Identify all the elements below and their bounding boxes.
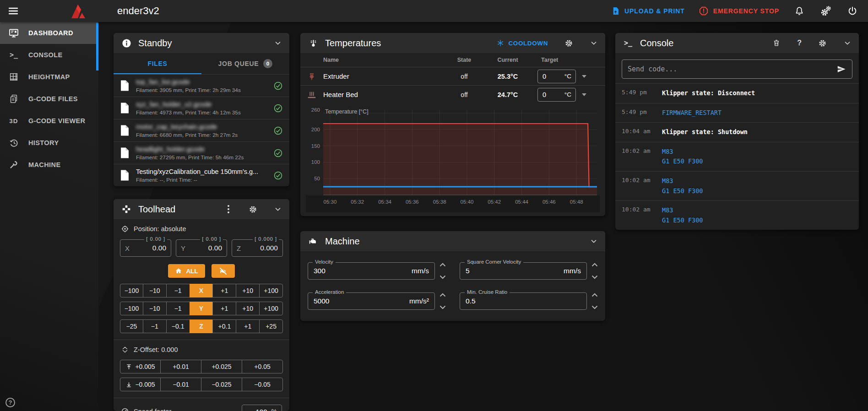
speed-factor-field[interactable]: 100 % xyxy=(242,405,282,411)
console-message[interactable]: 10:02 am M83 G1 E50 F300 xyxy=(615,200,859,230)
spin-up-icon[interactable] xyxy=(591,263,598,267)
z-offset-up-0005[interactable]: +0.005 xyxy=(120,360,161,373)
z-offset-up-0025[interactable]: +0.025 xyxy=(201,360,242,373)
z-offset-down-005[interactable]: −0.05 xyxy=(242,378,283,391)
file-document-icon xyxy=(120,147,130,159)
temperatures-panel: Temperatures COOLDOWN Name Sta xyxy=(300,33,605,216)
collapse-chevron-icon[interactable] xyxy=(274,205,282,213)
jog-y-plus-1[interactable]: +1 xyxy=(212,302,236,315)
notifications-bell-icon[interactable] xyxy=(793,5,806,17)
z-offset-down-0005[interactable]: −0.005 xyxy=(120,378,161,391)
collapse-chevron-icon[interactable] xyxy=(843,39,852,47)
jog-x-plus-1[interactable]: +1 xyxy=(212,284,236,297)
gcode-viewer-icon: 3D xyxy=(7,118,20,124)
z-offset-up-005[interactable]: +0.05 xyxy=(242,360,283,373)
spin-down-icon[interactable] xyxy=(591,305,598,309)
spin-down-icon[interactable] xyxy=(439,305,446,309)
console-help-icon[interactable]: ? xyxy=(797,39,802,47)
sidebar-item-gcode-files[interactable]: G-CODE FILES xyxy=(0,88,98,110)
emergency-stop-button[interactable]: EMERGENCY STOP xyxy=(699,6,779,16)
target-dropdown-caret-icon[interactable] xyxy=(582,93,586,96)
jog-x-minus-10[interactable]: −10 xyxy=(143,284,167,297)
cooldown-button[interactable]: COOLDOWN xyxy=(497,39,548,47)
x-position-field[interactable]: [ 0.00 ] X 0.00 xyxy=(120,239,171,257)
tab-job-queue[interactable]: JOB QUEUE 0 xyxy=(201,53,289,74)
jog-z-minus-01[interactable]: −0.1 xyxy=(166,319,190,333)
sidebar-scrollbar-thumb[interactable] xyxy=(96,23,98,70)
console-message[interactable]: 10:02 am M83 G1 E50 F300 xyxy=(615,171,859,200)
file-list-item[interactable]: headlight_holder.gcode Filament: 27295 m… xyxy=(114,141,289,164)
jog-x-plus-100[interactable]: +100 xyxy=(259,284,283,297)
jog-y-plus-10[interactable]: +10 xyxy=(236,302,260,315)
upload-and-print-button[interactable]: UPLOAD & PRINT xyxy=(611,6,685,16)
z-position-field[interactable]: [ 0.000 ] Z 0.000 xyxy=(232,239,283,257)
y-position-field[interactable]: [ 0.00 ] Y 0.00 xyxy=(176,239,227,257)
help-button[interactable]: ? xyxy=(5,398,15,407)
settings-cogs-icon[interactable] xyxy=(819,5,832,17)
jog-z-plus-01[interactable]: +0.1 xyxy=(212,319,236,333)
power-icon[interactable] xyxy=(846,5,859,17)
jog-y-minus-10[interactable]: −10 xyxy=(143,302,167,315)
target-dropdown-caret-icon[interactable] xyxy=(582,75,586,78)
jog-x-minus-100[interactable]: −100 xyxy=(120,284,143,297)
extruder-target-input[interactable] xyxy=(538,73,557,80)
machine-panel-header: Machine xyxy=(300,231,605,251)
temperatures-settings-gear-icon[interactable] xyxy=(564,39,573,48)
console-input-field[interactable] xyxy=(622,59,852,79)
send-icon[interactable] xyxy=(836,64,846,74)
bed-target-input[interactable] xyxy=(538,91,557,98)
sidebar-item-machine[interactable]: MACHINE xyxy=(0,154,98,176)
send-code-input[interactable] xyxy=(628,65,833,73)
tab-files[interactable]: FILES xyxy=(114,53,201,74)
kebab-menu-icon[interactable] xyxy=(225,204,232,214)
motors-off-button[interactable] xyxy=(212,264,235,278)
z-offset-up-001[interactable]: +0.01 xyxy=(160,360,201,373)
jog-z-plus-25[interactable]: +25 xyxy=(259,319,283,333)
message-time: 10:02 am xyxy=(622,147,662,167)
sidebar-item-gcode-viewer[interactable]: 3D G-CODE VIEWER xyxy=(0,110,98,132)
spin-up-icon[interactable] xyxy=(439,293,446,297)
sidebar-item-console[interactable]: >_ CONSOLE xyxy=(0,44,98,66)
sidebar-item-history[interactable]: HISTORY xyxy=(0,132,98,154)
file-list-item[interactable]: Testing/xyzCalibration_cube 150mm's.g...… xyxy=(114,164,289,186)
jog-z-plus-1[interactable]: +1 xyxy=(236,319,260,333)
console-message[interactable]: 10:04 am Klipper state: Shutdown xyxy=(615,122,859,142)
extruder-target-field[interactable]: °C xyxy=(537,70,576,83)
console-settings-gear-icon[interactable] xyxy=(818,39,827,48)
collapse-chevron-icon[interactable] xyxy=(274,39,282,47)
sidebar-item-heightmap[interactable]: HEIGHTMAP xyxy=(0,66,98,88)
console-message[interactable]: 5:49 pm Klipper state: Disconnect xyxy=(615,83,859,103)
sidebar-item-dashboard[interactable]: DASHBOARD xyxy=(0,22,98,44)
file-list-item[interactable]: top_fan_list.gcode Filament: 3905 mm, Pr… xyxy=(114,74,289,97)
min-cruise-ratio-field[interactable]: Min. Cruise Ratio 0.5 xyxy=(460,292,587,310)
acceleration-field[interactable]: Acceleration 5000 mm/s² xyxy=(308,292,435,310)
file-list-item[interactable]: motor_cap_keychain.gcode Filament: 6680 … xyxy=(114,119,289,141)
jog-x-plus-10[interactable]: +10 xyxy=(236,284,260,297)
collapse-chevron-icon[interactable] xyxy=(590,237,598,245)
bed-target-field[interactable]: °C xyxy=(537,88,576,102)
jog-z-minus-1[interactable]: −1 xyxy=(143,319,167,333)
jog-x-minus-1[interactable]: −1 xyxy=(166,284,190,297)
menu-icon[interactable] xyxy=(6,4,20,18)
console-message[interactable]: 10:02 am M83 G1 E50 F300 xyxy=(615,142,859,171)
spin-down-icon[interactable] xyxy=(591,275,598,279)
trash-icon[interactable] xyxy=(772,39,781,47)
file-list-item[interactable]: xyz_fan_holder_v2.gcode Filament: 4973 m… xyxy=(114,97,289,119)
home-all-button[interactable]: ALL xyxy=(168,264,205,278)
jog-y-minus-100[interactable]: −100 xyxy=(120,302,143,315)
velocity-field[interactable]: Velocity 300 mm/s xyxy=(308,262,435,280)
spin-up-icon[interactable] xyxy=(439,263,446,267)
collapse-chevron-icon[interactable] xyxy=(590,39,598,47)
spin-up-icon[interactable] xyxy=(591,293,598,297)
jog-y-minus-1[interactable]: −1 xyxy=(166,302,190,315)
temp-table-header: Name State Current Target xyxy=(300,53,605,67)
file-meta: Filament: 3905 mm, Print Time: 2h 29m 34… xyxy=(136,87,270,93)
console-message[interactable]: 5:49 pm FIRMWARE_RESTART xyxy=(615,103,859,123)
z-offset-down-001[interactable]: −0.01 xyxy=(160,378,201,391)
square-corner-velocity-field[interactable]: Square Corner Velocity 5 mm/s xyxy=(460,262,587,280)
toolhead-settings-gear-icon[interactable] xyxy=(249,205,257,214)
spin-down-icon[interactable] xyxy=(439,275,446,279)
jog-z-minus-25[interactable]: −25 xyxy=(120,319,143,333)
jog-y-plus-100[interactable]: +100 xyxy=(259,302,283,315)
z-offset-down-0025[interactable]: −0.025 xyxy=(201,378,242,391)
